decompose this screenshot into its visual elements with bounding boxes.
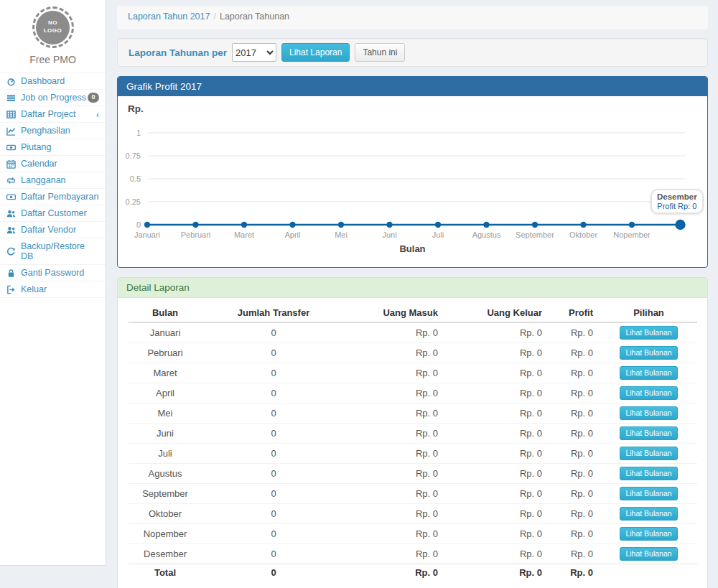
table-cell: Nopember bbox=[129, 524, 202, 544]
table-cell: Rp. 0 bbox=[445, 444, 549, 464]
table-action-cell: Lihat Bulanan bbox=[600, 383, 697, 403]
lihat-laporan-button[interactable]: Lihat Laporan bbox=[281, 43, 350, 62]
svg-text:Januari: Januari bbox=[134, 230, 160, 239]
profit-chart-panel: Grafik Profit 2017 Rp. 00.250.50.751Janu… bbox=[117, 76, 708, 268]
sidebar-item-penghasilan[interactable]: Penghasilan bbox=[0, 123, 106, 139]
table-row: Januari0Rp. 0Rp. 0Rp. 0Lihat Bulanan bbox=[129, 322, 697, 343]
table-cell: Rp. 0 bbox=[345, 424, 445, 444]
table-action-cell bbox=[600, 564, 697, 582]
table-cell: Rp. 0 bbox=[445, 524, 549, 544]
sidebar-item-daftar-customer[interactable]: Daftar Customer bbox=[0, 205, 106, 222]
tahun-ini-button[interactable]: Tahun ini bbox=[355, 43, 405, 62]
sidebar-item-label: Penghasilan bbox=[21, 126, 70, 136]
table-action-cell: Lihat Bulanan bbox=[600, 343, 697, 363]
sidebar-item-daftar-project[interactable]: Daftar Project‹ bbox=[0, 106, 106, 123]
lihat-bulanan-button[interactable]: Lihat Bulanan bbox=[620, 467, 677, 480]
sidebar-item-backup-restore-db[interactable]: Backup/Restore DB bbox=[0, 238, 106, 265]
table-cell: Rp. 0 bbox=[345, 544, 445, 564]
table-cell: Rp. 0 bbox=[549, 544, 600, 564]
sidebar-item-label: Daftar Pembayaran bbox=[21, 192, 98, 202]
svg-text:Mei: Mei bbox=[335, 230, 348, 239]
table-cell: Rp. 0 bbox=[445, 322, 549, 343]
table-cell: Rp. 0 bbox=[445, 424, 549, 444]
table-cell: 0 bbox=[202, 403, 345, 424]
lihat-bulanan-button[interactable]: Lihat Bulanan bbox=[620, 447, 677, 460]
sidebar-item-piutang[interactable]: Piutang bbox=[0, 139, 106, 156]
lihat-bulanan-button[interactable]: Lihat Bulanan bbox=[620, 426, 677, 440]
table-cell: 0 bbox=[202, 343, 345, 363]
table-cell: Rp. 0 bbox=[445, 504, 549, 524]
svg-text:Juli: Juli bbox=[432, 230, 444, 239]
table-action-cell: Lihat Bulanan bbox=[600, 484, 697, 504]
sidebar-item-label: Langganan bbox=[21, 175, 66, 185]
lihat-bulanan-button[interactable]: Lihat Bulanan bbox=[620, 406, 677, 420]
tasks-icon bbox=[6, 93, 19, 103]
column-header: Jumlah Transfer bbox=[202, 305, 345, 322]
lihat-bulanan-button[interactable]: Lihat Bulanan bbox=[620, 507, 677, 521]
lihat-bulanan-button[interactable]: Lihat Bulanan bbox=[620, 366, 677, 380]
table-cell: Rp. 0 bbox=[345, 524, 445, 544]
table-row: Oktober0Rp. 0Rp. 0Rp. 0Lihat Bulanan bbox=[129, 504, 697, 524]
table-row: Juli0Rp. 0Rp. 0Rp. 0Lihat Bulanan bbox=[129, 444, 697, 464]
table-cell: Mei bbox=[129, 403, 202, 424]
users-icon bbox=[6, 209, 19, 218]
sidebar-item-daftar-vendor[interactable]: Daftar Vendor bbox=[0, 222, 106, 238]
chart-x-axis-title: Bulan bbox=[118, 243, 707, 254]
svg-text:0.75: 0.75 bbox=[126, 151, 141, 160]
sign-out-icon bbox=[6, 285, 19, 294]
lihat-bulanan-button[interactable]: Lihat Bulanan bbox=[620, 386, 677, 400]
table-cell: Rp. 0 bbox=[445, 544, 549, 564]
sidebar-item-langganan[interactable]: Langganan bbox=[0, 172, 106, 189]
table-cell: 0 bbox=[202, 564, 345, 582]
sidebar: NO LOGO Free PMO DashboardJob on Progres… bbox=[0, 0, 106, 566]
table-action-cell: Lihat Bulanan bbox=[600, 403, 697, 424]
tooltip-month: Desember bbox=[657, 192, 697, 201]
sidebar-item-label: Daftar Vendor bbox=[21, 225, 76, 235]
table-cell: 0 bbox=[202, 424, 345, 444]
table-action-cell: Lihat Bulanan bbox=[600, 504, 697, 524]
sidebar-item-calendar[interactable]: Calendar bbox=[0, 156, 106, 172]
sidebar-item-label: Daftar Customer bbox=[21, 208, 87, 218]
profit-chart-svg: 00.250.50.751JanuariPebruariMaretAprilMe… bbox=[118, 96, 707, 267]
table-cell: Oktober bbox=[129, 504, 202, 524]
table-action-cell: Lihat Bulanan bbox=[600, 322, 697, 343]
sidebar-item-label: Keluar bbox=[21, 284, 47, 294]
table-row: Maret0Rp. 0Rp. 0Rp. 0Lihat Bulanan bbox=[129, 363, 697, 383]
sidebar-item-ganti-password[interactable]: Ganti Password bbox=[0, 265, 106, 281]
breadcrumb-link[interactable]: Laporan Tahun 2017 bbox=[128, 11, 210, 22]
users-icon bbox=[6, 225, 19, 235]
table-cell: Rp. 0 bbox=[345, 464, 445, 484]
table-row: Pebruari0Rp. 0Rp. 0Rp. 0Lihat Bulanan bbox=[129, 343, 697, 363]
lihat-bulanan-button[interactable]: Lihat Bulanan bbox=[620, 326, 677, 340]
svg-text:0: 0 bbox=[136, 220, 141, 229]
lihat-bulanan-button[interactable]: Lihat Bulanan bbox=[620, 527, 677, 541]
table-cell: Rp. 0 bbox=[345, 383, 445, 403]
table-total-row: Total0Rp. 0Rp. 0Rp. 0 bbox=[129, 564, 697, 582]
table-cell: 0 bbox=[202, 363, 345, 383]
table-cell: Rp. 0 bbox=[345, 504, 445, 524]
breadcrumb-current: Laporan Tahunan bbox=[220, 11, 289, 22]
sidebar-item-keluar[interactable]: Keluar bbox=[0, 281, 106, 298]
svg-text:Nopember: Nopember bbox=[613, 230, 651, 239]
logo-text: NO LOGO bbox=[42, 19, 64, 35]
table-cell: 0 bbox=[202, 464, 345, 484]
sidebar-item-daftar-pembayaran[interactable]: Daftar Pembayaran bbox=[0, 189, 106, 205]
money-icon bbox=[6, 143, 19, 152]
lock-icon bbox=[6, 269, 19, 278]
sidebar-item-dashboard[interactable]: Dashboard bbox=[0, 73, 106, 90]
table-action-cell: Lihat Bulanan bbox=[600, 544, 697, 564]
table-cell: Maret bbox=[129, 363, 202, 383]
sidebar-item-job-on-progress[interactable]: Job on Progress0 bbox=[0, 90, 106, 106]
table-cell: Rp. 0 bbox=[549, 322, 600, 343]
sidebar-item-label: Piutang bbox=[21, 142, 51, 152]
tooltip-value: Profit Rp: 0 bbox=[657, 202, 697, 210]
lihat-bulanan-button[interactable]: Lihat Bulanan bbox=[620, 487, 677, 500]
lihat-bulanan-button[interactable]: Lihat Bulanan bbox=[620, 346, 677, 360]
line-chart-icon bbox=[6, 126, 19, 136]
table-cell: Rp. 0 bbox=[445, 363, 549, 383]
table-action-cell: Lihat Bulanan bbox=[600, 363, 697, 383]
year-select[interactable]: 2017 bbox=[232, 43, 276, 62]
table-action-cell: Lihat Bulanan bbox=[600, 524, 697, 544]
table-cell: Rp. 0 bbox=[549, 524, 600, 544]
lihat-bulanan-button[interactable]: Lihat Bulanan bbox=[620, 547, 677, 561]
